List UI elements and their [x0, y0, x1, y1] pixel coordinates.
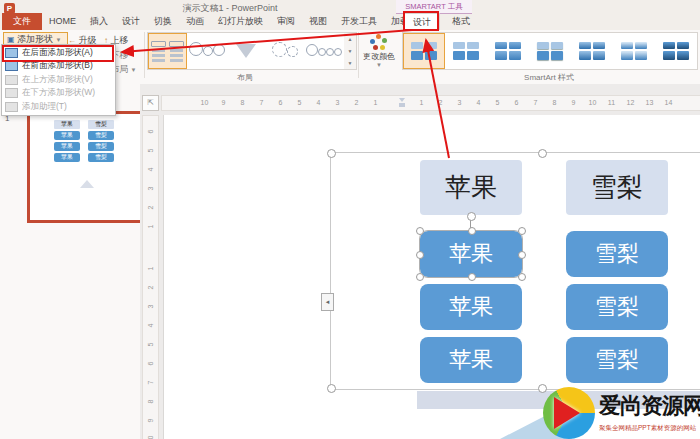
ribbon-tab[interactable]: 幻灯片放映 [211, 13, 270, 30]
selection-handle[interactable] [416, 227, 424, 235]
selection-handle[interactable] [416, 251, 424, 259]
menu-item-label: 在上方添加形状(V) [22, 74, 93, 86]
smartart-item-box[interactable]: 雪梨 [566, 284, 668, 330]
style-thumb[interactable] [403, 33, 445, 69]
selection-handle[interactable] [518, 251, 526, 259]
selection-handle[interactable] [468, 227, 476, 235]
smartart-item-box[interactable]: 雪梨 [566, 231, 668, 277]
ribbon-tab[interactable]: 动画 [179, 13, 211, 30]
layout-sketch [306, 42, 342, 60]
select-objects-icon[interactable]: ⇱ [142, 95, 159, 111]
ruler-number: 3 [141, 181, 160, 196]
layout-thumb-funnel[interactable] [226, 33, 265, 69]
group-divider [358, 32, 359, 78]
menu-item[interactable]: 在上方添加形状(V) [2, 73, 115, 87]
thumb-chip: 雪梨 [88, 142, 114, 151]
layout-sketch [151, 41, 184, 62]
selection-handle[interactable] [518, 227, 526, 235]
menu-item-label: 在下方添加形状(W) [22, 87, 95, 99]
ruler-number: 2 [141, 280, 160, 295]
selection-handle[interactable] [416, 273, 424, 281]
ribbon-tab[interactable]: 切换 [147, 13, 179, 30]
group-divider [144, 32, 145, 78]
ruler-number: 1 [141, 219, 160, 234]
ruler-number: 12 [621, 96, 640, 110]
layout-gallery [147, 32, 345, 70]
style-thumb[interactable] [571, 33, 613, 69]
ruler-number: 3 [450, 96, 469, 110]
ruler-number: 4 [141, 162, 160, 177]
menu-item[interactable]: 添加助理(T) [2, 100, 115, 114]
watermark-tagline: 聚集全网精品PPT素材资源的网站 [599, 424, 699, 433]
ruler-number: 6 [141, 356, 160, 371]
text-pane-toggle[interactable]: ◂ [321, 293, 334, 311]
ribbon-tab[interactable]: 审阅 [270, 13, 302, 30]
ribbon-tab[interactable]: 视图 [302, 13, 334, 30]
indent-marker-icon[interactable] [398, 98, 406, 107]
change-colors-button[interactable]: 更改颜色 ▼ [360, 32, 398, 76]
chevron-up-icon[interactable]: ▲ [344, 33, 356, 45]
powerpoint-window: P 演示文稿1 - PowerPoint SMARTART 工具 文件 HOME… [0, 0, 700, 439]
vertical-ruler: 654321 12345678910 [142, 115, 159, 439]
ruler-number: 6 [141, 124, 160, 139]
smartart-header-box[interactable]: 苹果 [420, 160, 522, 215]
frame-handle[interactable] [327, 384, 336, 393]
annotation-box-menu-item [2, 45, 114, 62]
selection-handle[interactable] [468, 273, 476, 281]
smartart-item-box-selected[interactable]: 苹果 [420, 231, 522, 277]
ruler-number: 2 [347, 96, 366, 110]
add-shape-label: 添加形状 [17, 34, 53, 44]
ruler-number: 1 [366, 96, 385, 110]
style-thumb[interactable] [487, 33, 529, 69]
ribbon-tab-row: 文件 HOME插入设计切换动画幻灯片放映审阅视图开发工具加载项 [2, 13, 425, 30]
frame-handle[interactable] [538, 149, 547, 158]
selection-handle[interactable] [518, 273, 526, 281]
ruler-number: 3 [328, 96, 347, 110]
annotation-box-design-tab [403, 11, 439, 31]
ruler-number: 7 [252, 96, 271, 110]
slide-thumbnail[interactable]: 苹果 雪梨 苹果 雪梨 苹果 雪梨 苹果 雪梨 [27, 111, 145, 223]
smartart-item-box[interactable]: 苹果 [420, 284, 522, 330]
layout-sketch [236, 44, 256, 58]
ruler-number: 8 [233, 96, 252, 110]
style-thumb[interactable] [529, 33, 571, 69]
smartart-item-box[interactable]: 苹果 [420, 337, 522, 383]
title-bar: P 演示文稿1 - PowerPoint SMARTART 工具 文件 HOME… [0, 0, 700, 31]
ribbon-tab[interactable]: 插入 [83, 13, 115, 30]
ruler-number: 2 [431, 96, 450, 110]
menu-item-label: 在前面添加形状(B) [22, 60, 93, 72]
layout-thumb-radial[interactable] [304, 33, 343, 69]
style-sketch [537, 42, 563, 60]
ribbon-tab[interactable]: 设计 [115, 13, 147, 30]
rotation-handle-icon[interactable] [467, 212, 476, 221]
menu-item[interactable]: 在下方添加形状(W) [2, 87, 115, 101]
ribbon-tab[interactable]: 开发工具 [334, 13, 384, 30]
ruler-number: 5 [141, 143, 160, 158]
style-sketch [663, 42, 689, 60]
frame-handle[interactable] [327, 149, 336, 158]
ruler-number: 10 [141, 432, 160, 439]
style-thumb[interactable] [655, 33, 697, 69]
chevron-down-icon: ▼ [360, 62, 398, 68]
layout-thumb-table-hierarchy[interactable] [148, 33, 187, 69]
thumb-header: 苹果 [54, 120, 80, 129]
style-thumb[interactable] [613, 33, 655, 69]
layout-thumb-cluster[interactable] [187, 33, 226, 69]
smartart-header-box[interactable]: 雪梨 [566, 160, 668, 215]
thumb-chip: 苹果 [54, 142, 80, 151]
tab-smartart-format[interactable]: 格式 [444, 13, 478, 30]
ribbon-tab[interactable]: HOME [42, 13, 83, 30]
style-thumb[interactable] [445, 33, 487, 69]
ruler-number: 14 [659, 96, 678, 110]
chevron-down-icon[interactable]: ▼ [344, 45, 356, 57]
thumb-chip: 苹果 [54, 131, 80, 140]
chevron-down-icon: ▼ [131, 67, 137, 73]
layout-thumb-gears[interactable] [265, 33, 304, 69]
tab-file[interactable]: 文件 [2, 13, 42, 30]
frame-handle[interactable] [538, 384, 547, 393]
gallery-more-icon[interactable]: ▼ [344, 57, 356, 69]
ruler-number: 1 [141, 261, 160, 276]
smartart-item-box[interactable]: 雪梨 [566, 337, 668, 383]
layout-sketch [189, 42, 225, 60]
style-sketch [495, 42, 521, 60]
